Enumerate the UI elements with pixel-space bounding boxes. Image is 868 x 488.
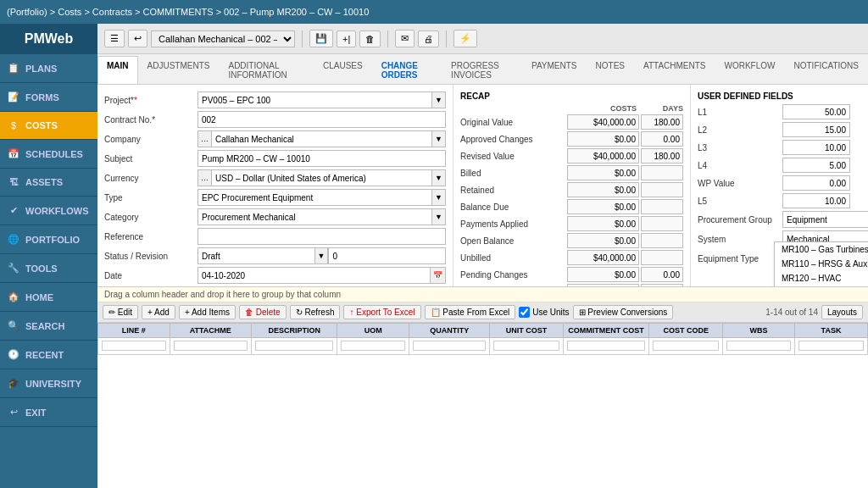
contract-no-input[interactable] (198, 111, 446, 128)
status-dropdown-btn[interactable]: ▼ (315, 247, 329, 264)
delete-icon[interactable]: 🗑 (359, 30, 381, 47)
status-input[interactable] (198, 247, 315, 264)
currency-ellipsis-btn[interactable]: … (198, 169, 211, 186)
recap-row-days[interactable] (641, 199, 683, 214)
dropdown-item[interactable]: MR110 – HRSG & Auxiliaries (775, 257, 868, 271)
filter-quantity[interactable] (413, 341, 486, 351)
save-icon[interactable]: 💾 (309, 30, 333, 47)
tab-main[interactable]: MAIN (97, 56, 138, 84)
category-input[interactable] (198, 208, 432, 225)
sidebar-item-schedules[interactable]: 📅 SCHEDULES (0, 140, 97, 169)
company-ellipsis-btn[interactable]: … (198, 130, 211, 147)
sidebar-item-assets[interactable]: 🏗 ASSETS (0, 169, 97, 197)
udf-row-input[interactable] (782, 193, 850, 208)
recap-row-cost[interactable] (567, 114, 639, 130)
undo-icon[interactable]: ↩ (128, 30, 147, 47)
project-dropdown-btn[interactable]: ▼ (432, 92, 446, 108)
add-icon[interactable]: +| (337, 30, 356, 47)
currency-input[interactable] (211, 169, 432, 186)
type-input[interactable] (198, 189, 432, 206)
sidebar-item-workflows[interactable]: ✔ WORKFLOWS (0, 197, 97, 225)
use-units-checkbox[interactable] (519, 307, 530, 318)
udf-row-input[interactable] (782, 104, 850, 119)
recap-row-cost[interactable] (567, 233, 639, 248)
udf-row-input[interactable] (782, 158, 850, 173)
udf-row-input[interactable] (782, 122, 850, 137)
udf-row-input[interactable] (782, 175, 850, 191)
filter-uom[interactable] (341, 341, 405, 351)
recap-row-days[interactable] (641, 233, 683, 248)
recap-row-cost[interactable] (567, 131, 639, 147)
filter-commitment[interactable] (567, 341, 646, 351)
tab-workflow[interactable]: WORKFLOW (715, 56, 785, 84)
sidebar-item-home[interactable]: 🏠 HOME (0, 283, 97, 312)
filter-description[interactable] (255, 341, 333, 351)
grid-export-btn[interactable]: ↑ Export To Excel (343, 305, 420, 319)
sidebar-item-plans[interactable]: 📋 PLANS (0, 54, 97, 83)
tab-notifications[interactable]: NOTIFICATIONS (785, 56, 868, 84)
recap-row-days[interactable] (641, 182, 683, 197)
recap-row-cost[interactable] (567, 216, 639, 231)
filter-task[interactable] (798, 341, 864, 351)
lightning-icon[interactable]: ⚡ (453, 30, 477, 47)
sidebar-item-forms[interactable]: 📝 FORMS (0, 83, 97, 112)
sidebar-item-university[interactable]: 🎓 UNIVERSITY (0, 369, 97, 398)
tab-progress-invoices[interactable]: PROGRESS INVOICES (442, 56, 522, 84)
grid-layouts-btn[interactable]: Layouts (821, 305, 863, 319)
dropdown-item[interactable]: MR130 – Fire Fighting (775, 286, 868, 286)
udf-row-input[interactable] (782, 140, 850, 155)
category-dropdown-btn[interactable]: ▼ (432, 208, 446, 225)
reference-input[interactable] (198, 228, 446, 245)
grid-add-btn[interactable]: + Add (142, 305, 175, 319)
date-input[interactable] (198, 267, 431, 284)
filter-cost-code[interactable] (653, 341, 719, 351)
tab-adjustments[interactable]: ADJUSTMENTS (138, 56, 220, 84)
grid-edit-btn[interactable]: ✏ Edit (103, 305, 138, 319)
type-dropdown-btn[interactable]: ▼ (432, 189, 446, 206)
tab-payments[interactable]: PAYMENTS (522, 56, 587, 84)
recap-row-cost[interactable] (567, 148, 639, 164)
sidebar-item-costs[interactable]: $ COSTS (0, 112, 97, 140)
filter-attachment[interactable] (174, 341, 248, 351)
grid-preview-btn[interactable]: ⊞ Preview Conversions (573, 305, 674, 319)
recap-row-days[interactable] (641, 250, 683, 265)
tab-clauses[interactable]: CLAUSES (314, 56, 372, 84)
company-input[interactable] (211, 130, 432, 147)
recap-row-cost[interactable] (567, 182, 639, 197)
filter-line[interactable] (102, 341, 166, 351)
recap-row-days[interactable] (641, 216, 683, 231)
project-input[interactable] (198, 92, 432, 108)
recap-row-days[interactable] (641, 165, 683, 180)
filter-wbs[interactable] (726, 341, 791, 351)
recap-row-cost[interactable] (567, 250, 639, 265)
subject-input[interactable] (198, 150, 446, 167)
dropdown-item[interactable]: MR120 – HVAC (775, 271, 868, 286)
grid-paste-btn[interactable]: 📋 Paste From Excel (425, 305, 516, 319)
company-dropdown-btn[interactable]: ▼ (432, 130, 446, 147)
procurement-group-input[interactable] (782, 211, 868, 228)
tab-notes[interactable]: NOTES (587, 56, 634, 84)
grid-add-items-btn[interactable]: + Add Items (179, 305, 236, 319)
tab-change-orders[interactable]: CHANGE ORDERS (372, 56, 442, 84)
contract-selector[interactable]: Callahan Mechanical – 002 – Pump M... (151, 30, 295, 47)
sidebar-item-exit[interactable]: ↩ EXIT (0, 398, 97, 427)
menu-icon[interactable]: ☰ (104, 30, 125, 47)
sidebar-item-portfolio[interactable]: 🌐 PORTFOLIO (0, 225, 97, 254)
recap-row-cost[interactable] (567, 267, 639, 282)
dropdown-item[interactable]: MR100 – Gas Turbines & Auxiliaries (775, 242, 868, 257)
sidebar-item-tools[interactable]: 🔧 TOOLS (0, 254, 97, 283)
sidebar-item-recent[interactable]: 🕐 RECENT (0, 341, 97, 369)
tab-additional-information[interactable]: ADDITIONAL INFORMATION (219, 56, 314, 84)
recap-row-days[interactable] (641, 267, 683, 282)
recap-row-cost[interactable] (567, 165, 639, 180)
date-calendar-btn[interactable]: 📅 (431, 267, 446, 284)
tab-attachments[interactable]: ATTACHMENTS (634, 56, 715, 84)
recap-row-cost[interactable] (567, 199, 639, 214)
grid-refresh-btn[interactable]: ↻ Refresh (290, 305, 341, 319)
print-icon[interactable]: 🖨 (418, 30, 439, 47)
filter-unit-cost[interactable] (493, 341, 559, 351)
recap-row-days[interactable] (641, 114, 683, 130)
grid-delete-btn[interactable]: 🗑 Delete (239, 305, 287, 319)
status-rev-input[interactable] (328, 247, 446, 264)
email-icon[interactable]: ✉ (395, 30, 415, 47)
